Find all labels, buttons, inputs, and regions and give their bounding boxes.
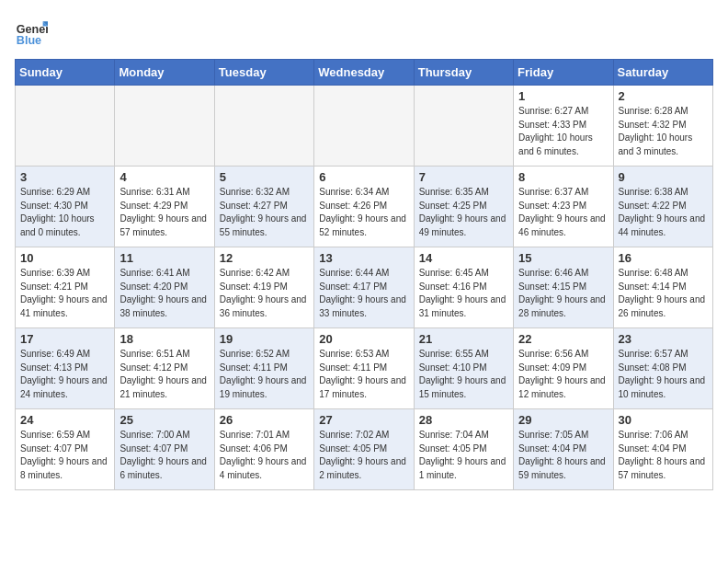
calendar-cell: 17Sunrise: 6:49 AMSunset: 4:13 PMDayligh… xyxy=(16,328,115,409)
day-info: Sunrise: 6:46 AMSunset: 4:15 PMDaylight:… xyxy=(518,267,608,320)
calendar-cell: 25Sunrise: 7:00 AMSunset: 4:07 PMDayligh… xyxy=(115,409,214,490)
day-info: Sunrise: 6:53 AMSunset: 4:11 PMDaylight:… xyxy=(319,348,408,401)
day-info: Sunrise: 7:00 AMSunset: 4:07 PMDaylight:… xyxy=(119,429,209,482)
calendar-header-monday: Monday xyxy=(115,60,214,86)
day-info: Sunrise: 6:55 AMSunset: 4:10 PMDaylight:… xyxy=(419,348,508,401)
day-info: Sunrise: 6:44 AMSunset: 4:17 PMDaylight:… xyxy=(319,267,408,320)
calendar-cell: 24Sunrise: 6:59 AMSunset: 4:07 PMDayligh… xyxy=(16,409,115,490)
day-number: 23 xyxy=(619,332,708,346)
calendar-week-row: 1Sunrise: 6:27 AMSunset: 4:33 PMDaylight… xyxy=(16,86,713,167)
day-info: Sunrise: 6:57 AMSunset: 4:08 PMDaylight:… xyxy=(619,348,708,401)
day-info: Sunrise: 6:51 AMSunset: 4:12 PMDaylight:… xyxy=(119,348,209,401)
day-number: 5 xyxy=(220,170,309,184)
day-number: 24 xyxy=(20,413,109,427)
day-number: 12 xyxy=(220,251,309,265)
day-info: Sunrise: 7:05 AMSunset: 4:04 PMDaylight:… xyxy=(518,429,608,482)
calendar-cell: 22Sunrise: 6:56 AMSunset: 4:09 PMDayligh… xyxy=(514,328,613,409)
day-number: 30 xyxy=(619,413,708,427)
day-info: Sunrise: 6:37 AMSunset: 4:23 PMDaylight:… xyxy=(518,186,608,239)
calendar-week-row: 10Sunrise: 6:39 AMSunset: 4:21 PMDayligh… xyxy=(16,247,713,328)
day-info: Sunrise: 6:42 AMSunset: 4:19 PMDaylight:… xyxy=(220,267,309,320)
day-number: 11 xyxy=(119,251,209,265)
calendar-cell: 18Sunrise: 6:51 AMSunset: 4:12 PMDayligh… xyxy=(115,328,214,409)
day-number: 29 xyxy=(518,413,608,427)
day-number: 21 xyxy=(419,332,508,346)
day-info: Sunrise: 6:31 AMSunset: 4:29 PMDaylight:… xyxy=(119,186,209,239)
calendar-header-wednesday: Wednesday xyxy=(314,60,414,86)
logo: General Blue xyxy=(15,15,51,48)
day-info: Sunrise: 6:28 AMSunset: 4:32 PMDaylight:… xyxy=(619,105,708,158)
day-number: 17 xyxy=(20,332,109,346)
day-info: Sunrise: 6:39 AMSunset: 4:21 PMDaylight:… xyxy=(20,267,109,320)
calendar-cell: 28Sunrise: 7:04 AMSunset: 4:05 PMDayligh… xyxy=(414,409,513,490)
day-info: Sunrise: 6:56 AMSunset: 4:09 PMDaylight:… xyxy=(518,348,608,401)
day-number: 1 xyxy=(518,89,608,103)
day-number: 9 xyxy=(619,170,708,184)
day-number: 28 xyxy=(419,413,508,427)
day-number: 8 xyxy=(518,170,608,184)
calendar-cell: 6Sunrise: 6:34 AMSunset: 4:26 PMDaylight… xyxy=(314,167,414,247)
day-info: Sunrise: 6:32 AMSunset: 4:27 PMDaylight:… xyxy=(220,186,309,239)
calendar-header-tuesday: Tuesday xyxy=(214,60,313,86)
calendar-cell: 21Sunrise: 6:55 AMSunset: 4:10 PMDayligh… xyxy=(414,328,513,409)
day-info: Sunrise: 6:34 AMSunset: 4:26 PMDaylight:… xyxy=(319,186,408,239)
calendar-cell: 7Sunrise: 6:35 AMSunset: 4:25 PMDaylight… xyxy=(414,167,513,247)
calendar-cell: 23Sunrise: 6:57 AMSunset: 4:08 PMDayligh… xyxy=(613,328,712,409)
calendar-header-sunday: Sunday xyxy=(16,60,115,86)
calendar-cell xyxy=(414,86,513,167)
calendar-cell: 15Sunrise: 6:46 AMSunset: 4:15 PMDayligh… xyxy=(514,247,613,328)
day-info: Sunrise: 6:45 AMSunset: 4:16 PMDaylight:… xyxy=(419,267,508,320)
day-number: 15 xyxy=(518,251,608,265)
calendar-cell: 20Sunrise: 6:53 AMSunset: 4:11 PMDayligh… xyxy=(314,328,414,409)
calendar-cell xyxy=(314,86,414,167)
calendar-week-row: 24Sunrise: 6:59 AMSunset: 4:07 PMDayligh… xyxy=(16,409,713,490)
day-info: Sunrise: 7:06 AMSunset: 4:04 PMDaylight:… xyxy=(619,429,708,482)
day-number: 13 xyxy=(319,251,408,265)
calendar-cell: 19Sunrise: 6:52 AMSunset: 4:11 PMDayligh… xyxy=(214,328,313,409)
day-number: 27 xyxy=(319,413,408,427)
calendar-header-row: SundayMondayTuesdayWednesdayThursdayFrid… xyxy=(16,60,713,86)
calendar-cell: 11Sunrise: 6:41 AMSunset: 4:20 PMDayligh… xyxy=(115,247,214,328)
calendar-cell: 29Sunrise: 7:05 AMSunset: 4:04 PMDayligh… xyxy=(514,409,613,490)
logo-icon: General Blue xyxy=(15,15,48,48)
calendar-cell xyxy=(214,86,313,167)
calendar-cell: 30Sunrise: 7:06 AMSunset: 4:04 PMDayligh… xyxy=(613,409,712,490)
day-number: 22 xyxy=(518,332,608,346)
day-number: 2 xyxy=(619,89,708,103)
calendar-header-friday: Friday xyxy=(514,60,613,86)
day-info: Sunrise: 6:41 AMSunset: 4:20 PMDaylight:… xyxy=(119,267,209,320)
calendar-week-row: 17Sunrise: 6:49 AMSunset: 4:13 PMDayligh… xyxy=(16,328,713,409)
day-info: Sunrise: 6:29 AMSunset: 4:30 PMDaylight:… xyxy=(20,186,109,239)
day-number: 10 xyxy=(20,251,109,265)
day-info: Sunrise: 6:38 AMSunset: 4:22 PMDaylight:… xyxy=(619,186,708,239)
day-info: Sunrise: 6:35 AMSunset: 4:25 PMDaylight:… xyxy=(419,186,508,239)
day-number: 19 xyxy=(220,332,309,346)
calendar-cell: 27Sunrise: 7:02 AMSunset: 4:05 PMDayligh… xyxy=(314,409,414,490)
calendar-cell: 14Sunrise: 6:45 AMSunset: 4:16 PMDayligh… xyxy=(414,247,513,328)
day-info: Sunrise: 7:04 AMSunset: 4:05 PMDaylight:… xyxy=(419,429,508,482)
day-number: 7 xyxy=(419,170,508,184)
day-info: Sunrise: 6:52 AMSunset: 4:11 PMDaylight:… xyxy=(220,348,309,401)
calendar-cell: 2Sunrise: 6:28 AMSunset: 4:32 PMDaylight… xyxy=(613,86,712,167)
calendar-cell: 9Sunrise: 6:38 AMSunset: 4:22 PMDaylight… xyxy=(613,167,712,247)
svg-text:Blue: Blue xyxy=(17,34,41,47)
day-number: 4 xyxy=(119,170,209,184)
day-info: Sunrise: 6:59 AMSunset: 4:07 PMDaylight:… xyxy=(20,429,109,482)
day-number: 25 xyxy=(119,413,209,427)
calendar-cell xyxy=(16,86,115,167)
day-info: Sunrise: 7:01 AMSunset: 4:06 PMDaylight:… xyxy=(220,429,309,482)
calendar-table: SundayMondayTuesdayWednesdayThursdayFrid… xyxy=(15,59,713,490)
calendar-cell: 13Sunrise: 6:44 AMSunset: 4:17 PMDayligh… xyxy=(314,247,414,328)
calendar-cell: 5Sunrise: 6:32 AMSunset: 4:27 PMDaylight… xyxy=(214,167,313,247)
day-number: 16 xyxy=(619,251,708,265)
calendar-cell: 3Sunrise: 6:29 AMSunset: 4:30 PMDaylight… xyxy=(16,167,115,247)
calendar-cell: 8Sunrise: 6:37 AMSunset: 4:23 PMDaylight… xyxy=(514,167,613,247)
day-number: 18 xyxy=(119,332,209,346)
calendar-cell: 1Sunrise: 6:27 AMSunset: 4:33 PMDaylight… xyxy=(514,86,613,167)
calendar-week-row: 3Sunrise: 6:29 AMSunset: 4:30 PMDaylight… xyxy=(16,167,713,247)
calendar-cell: 12Sunrise: 6:42 AMSunset: 4:19 PMDayligh… xyxy=(214,247,313,328)
calendar-cell xyxy=(115,86,214,167)
day-number: 26 xyxy=(220,413,309,427)
day-info: Sunrise: 6:27 AMSunset: 4:33 PMDaylight:… xyxy=(518,105,608,158)
day-info: Sunrise: 7:02 AMSunset: 4:05 PMDaylight:… xyxy=(319,429,408,482)
